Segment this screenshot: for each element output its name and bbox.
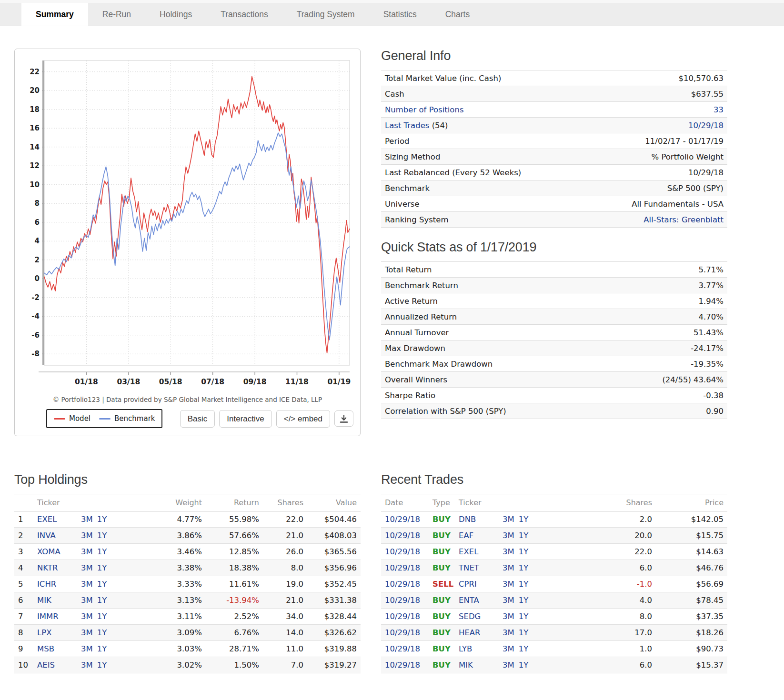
trade-range-link-3m[interactable]: 3M [503,628,514,637]
ticker-link[interactable]: AEIS [37,660,55,670]
trade-range-link-3m[interactable]: 3M [503,547,514,556]
tab-charts[interactable]: Charts [431,3,484,26]
trade-range-link-3m[interactable]: 3M [503,515,514,524]
tab-holdings[interactable]: Holdings [145,3,206,26]
shares: 8.0 [263,560,307,576]
tab-trading-system[interactable]: Trading System [282,3,369,26]
top-holdings-header-row: Ticker Weight Return Shares Value [14,494,361,511]
table-row: 10/29/18BUYHEAR3M1Y17.0$18.26 [381,625,727,641]
tab-transactions[interactable]: Transactions [206,3,282,26]
holding-range-link-3m[interactable]: 3M [81,644,93,653]
trade-range-link-3m[interactable]: 3M [503,563,514,572]
ticker-link[interactable]: ENTA [459,596,479,605]
ticker-link[interactable]: MIK [37,596,51,605]
ticker-link[interactable]: MSB [37,644,54,653]
holding-range-link-1y[interactable]: 1Y [97,596,107,605]
price: $90.73 [656,641,727,657]
holding-range-link-3m[interactable]: 3M [81,628,93,637]
ticker-link[interactable]: SEDG [459,612,481,621]
trade-range-link-3m[interactable]: 3M [503,644,514,653]
price: $56.69 [656,576,727,592]
general-info-label-link[interactable]: Number of Positions [385,105,464,114]
tab-summary[interactable]: Summary [21,3,88,26]
holding-range-link-3m[interactable]: 3M [81,660,93,670]
holding-range-link-3m[interactable]: 3M [81,596,93,605]
benchmark-line-swatch-icon [99,418,111,420]
trade-range-link-1y[interactable]: 1Y [519,596,529,605]
holding-range-link-3m[interactable]: 3M [81,612,93,621]
trade-range-link-1y[interactable]: 1Y [519,580,529,589]
trade-date-link[interactable]: 10/29/18 [385,612,420,621]
trade-range-link-1y[interactable]: 1Y [519,612,529,621]
ticker-link[interactable]: HEAR [459,628,481,637]
trade-range-link-1y[interactable]: 1Y [519,660,529,670]
ticker-link[interactable]: TNET [459,563,479,572]
trade-range-link-1y[interactable]: 1Y [519,563,529,572]
trade-date-link[interactable]: 10/29/18 [385,660,420,670]
interactive-button[interactable]: Interactive [219,410,271,428]
ticker-link[interactable]: CPRI [459,580,477,589]
embed-button[interactable]: </> embed [276,410,330,428]
trade-range-link-1y[interactable]: 1Y [519,515,529,524]
holding-range-link-3m[interactable]: 3M [81,547,93,556]
table-row: 9MSB3M1Y3.03%28.71%11.0$319.88 [14,641,361,657]
holding-range-link-1y[interactable]: 1Y [97,660,107,670]
trade-date-link[interactable]: 10/29/18 [385,531,420,540]
ticker-link[interactable]: ICHR [37,580,56,589]
download-button[interactable] [334,410,353,427]
trade-range-link-3m[interactable]: 3M [503,596,514,605]
trade-date-link[interactable]: 10/29/18 [385,563,420,572]
general-info-value-link[interactable]: 33 [714,105,724,114]
ticker-link[interactable]: XOMA [37,547,60,556]
holding-range-link-1y[interactable]: 1Y [97,580,107,589]
trade-date-link[interactable]: 10/29/18 [385,628,420,637]
holding-range-link-3m[interactable]: 3M [81,515,93,524]
ticker-link[interactable]: EAF [459,531,473,540]
trade-range-link-1y[interactable]: 1Y [519,644,529,653]
trade-range-link-3m[interactable]: 3M [503,660,514,670]
basic-button[interactable]: Basic [180,410,215,428]
quick-stats-table: Total Return5.71%Benchmark Return3.77%Ac… [381,261,727,419]
holding-range-link-3m[interactable]: 3M [81,580,93,589]
general-info-label-link[interactable]: Last Trades [385,121,429,130]
trade-range-link-1y[interactable]: 1Y [519,628,529,637]
holding-range-link-3m[interactable]: 3M [81,531,93,540]
general-info-value-link[interactable]: All-Stars: Greenblatt [643,215,724,224]
price: $14.63 [656,544,727,560]
ticker-link[interactable]: INVA [37,531,56,540]
ticker-link[interactable]: MIK [459,660,473,670]
trade-range-link-3m[interactable]: 3M [503,580,514,589]
holding-range-link-3m[interactable]: 3M [81,563,93,572]
general-info-value-link[interactable]: 10/29/18 [688,121,724,130]
ticker-link[interactable]: LPX [37,628,51,637]
trade-range-link-3m[interactable]: 3M [503,531,514,540]
trade-date-link[interactable]: 10/29/18 [385,644,420,653]
trade-range-link-1y[interactable]: 1Y [519,547,529,556]
trade-range-link-1y[interactable]: 1Y [519,531,529,540]
tab-re-run[interactable]: Re-Run [88,3,145,26]
holding-range-link-1y[interactable]: 1Y [97,644,107,653]
trade-date-link[interactable]: 10/29/18 [385,515,420,524]
holding-range-link-1y[interactable]: 1Y [97,547,107,556]
trade-date-link[interactable]: 10/29/18 [385,547,420,556]
holding-range-link-1y[interactable]: 1Y [97,612,107,621]
tab-statistics[interactable]: Statistics [369,3,431,26]
ticker-link[interactable]: LYB [459,644,472,653]
trade-date-link[interactable]: 10/29/18 [385,596,420,605]
ticker-link[interactable]: DNB [459,515,476,524]
trade-date-link[interactable]: 10/29/18 [385,580,420,589]
ticker-link[interactable]: EXEL [37,515,57,524]
ticker-link[interactable]: EXEL [459,547,478,556]
ticker-link[interactable]: IMMR [37,612,59,621]
ticker-link[interactable]: NKTR [37,563,58,572]
value: $328.44 [307,609,361,625]
holding-range-link-1y[interactable]: 1Y [97,563,107,572]
quick-stats-row: Benchmark Max Drawdown-19.35% [381,356,727,372]
holding-range-link-1y[interactable]: 1Y [97,531,107,540]
holding-range-link-1y[interactable]: 1Y [97,628,107,637]
trade-range-link-3m[interactable]: 3M [503,612,514,621]
holding-range-link-1y[interactable]: 1Y [97,515,107,524]
svg-text:8: 8 [35,199,40,208]
return: 12.85% [206,544,263,560]
quick-stats-value: 3.77% [607,278,727,293]
